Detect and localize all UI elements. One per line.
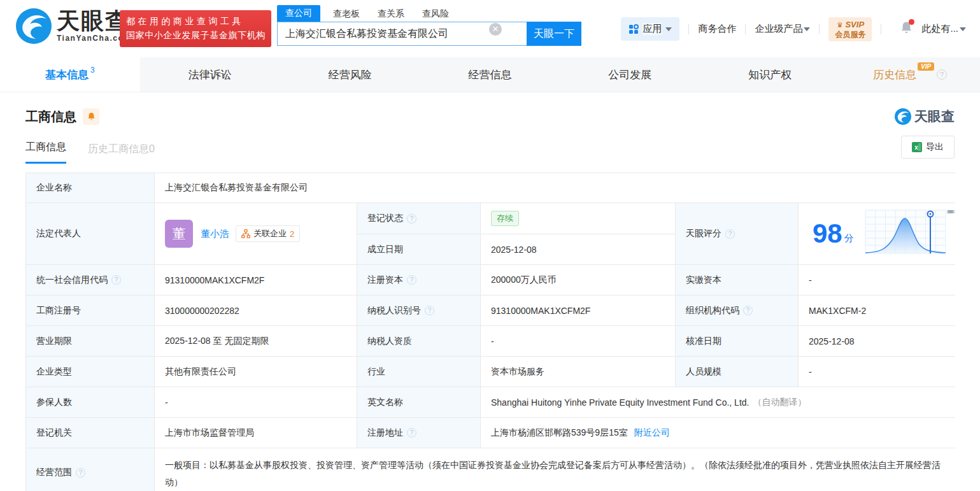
tab-history-info[interactable]: 历史信息 VIP ? (840, 57, 980, 92)
help-icon[interactable]: ? (407, 428, 416, 438)
section-header: 工商信息 天眼查 (25, 108, 955, 125)
reg-status-label: 登记状态? (357, 203, 480, 234)
field-value: MAK1XCFM-2 (799, 295, 961, 325)
divider (881, 24, 881, 34)
search-tabs: 查公司 查老板 查关系 查风险 (277, 5, 581, 22)
tab-company-development[interactable]: 公司发展 (560, 57, 700, 92)
tab-basic-info[interactable]: 基本信息 3 (0, 57, 140, 92)
establish-date-label: 成立日期 (357, 234, 480, 264)
notifications-bell-icon[interactable] (900, 21, 913, 37)
tab-legal-proceedings[interactable]: 法律诉讼 (140, 57, 280, 92)
field-label: 组织机构代码? (676, 295, 798, 325)
apps-menu[interactable]: 应用 (621, 17, 679, 41)
business-scope-label: 经营范围? (26, 448, 154, 491)
field-value: - (155, 387, 357, 417)
search-input[interactable] (277, 22, 527, 46)
related-companies-badge[interactable]: 关联企业 2 (236, 225, 300, 242)
help-icon[interactable]: ? (743, 306, 753, 315)
search-tab-relation[interactable]: 查关系 (378, 6, 404, 22)
field-label: 登记机关 (26, 418, 154, 448)
field-value: 2025-12-08 (799, 326, 961, 356)
search-tab-risk[interactable]: 查风险 (422, 6, 449, 22)
enterprise-products-link[interactable]: 企业级产品 (755, 23, 810, 35)
clear-search-icon[interactable]: ✕ (489, 23, 502, 36)
score-distribution-chart: 0131550859799100 (864, 209, 951, 259)
field-value: 其他有限责任公司 (155, 357, 357, 387)
watermark-logo: 天眼查 (895, 108, 955, 125)
divider (819, 24, 820, 34)
help-icon[interactable]: ? (425, 306, 434, 315)
subscribe-bell-icon[interactable] (83, 108, 99, 125)
top-header: 天眼查 TianYanCha.com 都在用的商业查询工具 国家中小企业发展子基… (0, 0, 980, 57)
apps-grid-icon (628, 24, 639, 34)
axis-tick: 100 (946, 209, 955, 215)
company-nav-tabs: 基本信息 3 法律诉讼 经营风险 经营信息 公司发展 知识产权 历史信息 VIP… (0, 57, 980, 92)
legal-rep-name-link[interactable]: 董小浩 (201, 228, 229, 240)
field-label: 纳税人识别号? (357, 295, 480, 325)
banner-line1: 都在用的商业查询工具 (126, 16, 265, 27)
tab-business-info[interactable]: 经营信息 (420, 57, 560, 92)
logo-swirl-icon (16, 8, 52, 44)
crown-icon: ♛ (837, 21, 843, 29)
reg-status-cell: 存续 (481, 203, 675, 234)
tab-history-registration[interactable]: 历史工商信息0 (88, 143, 155, 164)
field-value: - (799, 265, 961, 295)
field-value: 上海市杨浦区邯郸路539号9层15室附近公司 (481, 418, 961, 448)
field-label: 注册地址? (357, 418, 480, 448)
watermark-swirl-icon (895, 108, 911, 125)
business-cooperation-link[interactable]: 商务合作 (698, 23, 736, 35)
field-value: 上海市市场监督管理局 (155, 418, 357, 448)
help-icon[interactable]: ? (725, 229, 735, 239)
field-label: 行业 (357, 357, 480, 387)
chevron-down-icon (665, 27, 672, 31)
business-scope-value: 一般项目：以私募基金从事股权投资、投资管理、资产管理等活动（须在中国证券投资基金… (155, 448, 961, 491)
field-label: 参保人数 (26, 387, 154, 417)
search-tab-company[interactable]: 查公司 (277, 5, 320, 22)
field-value: 资本市场服务 (481, 357, 675, 387)
search-area: 查公司 查老板 查关系 查风险 天眼一下 (277, 5, 581, 46)
help-icon[interactable]: ? (76, 468, 85, 478)
field-label: 纳税人资质 (357, 326, 480, 356)
banner-line2: 国家中小企业发展子基金旗下机构 (126, 30, 265, 41)
related-companies-count: 2 (290, 229, 294, 239)
field-label: 工商注册号 (26, 295, 154, 325)
info-sub-tabs: 工商信息 历史工商信息0 x 导出 (25, 139, 955, 164)
legal-rep-cell: 董 董小浩 关联企业 2 (155, 203, 357, 264)
field-label: 统一社会信用代码? (26, 265, 154, 295)
user-account-menu[interactable]: 此处有... (921, 23, 966, 35)
help-icon[interactable]: ? (407, 275, 416, 285)
field-value: 2025-12-08 至 无固定期限 (155, 326, 357, 356)
tab-intellectual-property[interactable]: 知识产权 (700, 57, 840, 92)
apps-label: 应用 (643, 23, 662, 35)
divider (745, 24, 746, 34)
field-label: 企业类型 (26, 357, 154, 387)
business-info-table: 企业名称 上海交汇银合私募投资基金有限公司 法定代表人 董 董小浩 关联企业 2… (25, 173, 955, 491)
svip-membership-button[interactable]: ♛ SVIP 会员服务 (828, 17, 872, 41)
tab-current-registration[interactable]: 工商信息 (25, 141, 66, 164)
watermark-text: 天眼查 (914, 108, 955, 125)
score-label: 天眼评分? (676, 203, 798, 264)
excel-icon: x (912, 142, 922, 152)
field-label: 注册资本? (357, 265, 480, 295)
section-title: 工商信息 (25, 108, 76, 125)
org-chart-icon (241, 229, 250, 238)
export-button[interactable]: x 导出 (901, 136, 955, 159)
field-label: 人员规模 (676, 357, 798, 387)
chevron-down-icon (960, 27, 966, 31)
vip-badge: VIP (918, 62, 934, 71)
establish-date-value: 2025-12-08 (481, 234, 675, 264)
company-name-label: 企业名称 (26, 173, 154, 203)
promo-banner: 都在用的商业查询工具 国家中小企业发展子基金旗下机构 (120, 10, 271, 47)
field-value: - (799, 357, 961, 387)
chevron-down-icon (804, 27, 810, 31)
help-icon[interactable]: ? (111, 275, 121, 285)
tab-operational-risk[interactable]: 经营风险 (280, 57, 420, 92)
field-value: 200000万人民币 (481, 265, 675, 295)
tianyancha-logo[interactable]: 天眼查 TianYanCha.com (16, 8, 131, 44)
nearby-companies-link[interactable]: 附近公司 (634, 427, 670, 439)
search-button[interactable]: 天眼一下 (527, 22, 581, 46)
help-icon[interactable]: ? (937, 69, 947, 80)
field-value: 91310000MAK1XCFM2F (481, 295, 675, 325)
help-icon[interactable]: ? (407, 214, 416, 224)
search-tab-boss[interactable]: 查老板 (333, 6, 360, 22)
